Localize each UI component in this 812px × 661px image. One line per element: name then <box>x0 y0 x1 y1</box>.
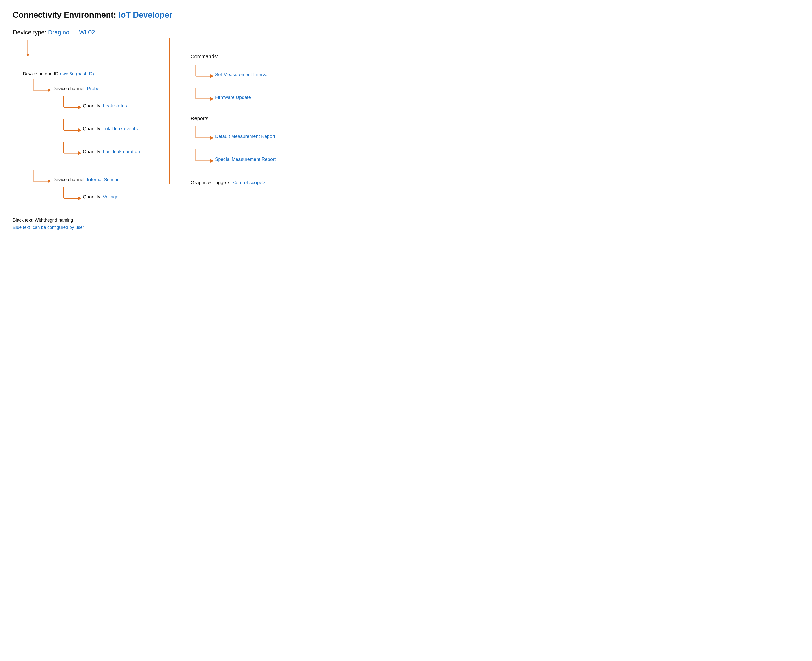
graphs-label: Graphs & Triggers: <out of scope> <box>191 180 292 185</box>
device-type-highlight: Dragino – LWL02 <box>48 29 95 36</box>
device-type-prefix: Device type: <box>13 29 48 36</box>
page-title: Connectivity Environment: IoT Developer <box>13 10 292 19</box>
qty2-label: Quantity: Total leak events <box>83 126 137 131</box>
svg-marker-25 <box>210 97 213 101</box>
svg-marker-7 <box>78 105 81 109</box>
svg-marker-31 <box>210 159 213 163</box>
page-title-highlight: IoT Developer <box>118 10 172 19</box>
qty3-label: Quantity: Last leak duration <box>83 149 140 155</box>
svg-marker-4 <box>48 88 51 92</box>
device-uid-row: Device unique ID : dwgj6d (hashID) <box>23 71 170 77</box>
legend: Black text: Withthegrid naming Blue text… <box>13 217 292 230</box>
svg-marker-19 <box>78 197 81 200</box>
device-type-label: Device type: Dragino – LWL02 <box>13 29 292 36</box>
commands-title: Commands: <box>191 54 292 59</box>
graphs-highlight: <out of scope> <box>233 180 265 185</box>
down-arrow-device-type <box>25 40 33 58</box>
black-legend: Black text: Withthegrid naming <box>13 217 292 223</box>
device-uid-label: Device unique ID <box>23 71 59 77</box>
cmd2-label: Firmware Update <box>215 95 251 100</box>
left-column: Device unique ID : dwgj6d (hashID) Devic… <box>13 38 170 205</box>
reports-section: Reports: Default Measurement Report <box>191 115 292 164</box>
rep2-label: Special Measurement Report <box>215 156 275 162</box>
right-column: Commands: Set Measurement Interval <box>170 38 292 205</box>
qty1-label: Quantity: Leak status <box>83 103 127 109</box>
svg-marker-22 <box>210 74 213 78</box>
reports-title: Reports: <box>191 115 292 121</box>
svg-marker-13 <box>78 152 81 155</box>
channel2-label: Device channel: Internal Sensor <box>53 177 119 182</box>
svg-marker-28 <box>210 136 213 140</box>
svg-marker-10 <box>78 128 81 132</box>
graphs-section: Graphs & Triggers: <out of scope> <box>191 180 292 185</box>
svg-marker-16 <box>48 179 51 183</box>
device-uid-highlight: dwgj6d (hashID) <box>60 71 94 77</box>
rep1-label: Default Measurement Report <box>215 134 275 139</box>
svg-marker-1 <box>26 54 30 57</box>
page-title-prefix: Connectivity Environment: <box>13 10 118 19</box>
cmd1-label: Set Measurement Interval <box>215 72 269 77</box>
qty-voltage-label: Quantity: Voltage <box>83 194 118 200</box>
commands-section: Commands: Set Measurement Interval <box>191 54 292 103</box>
channel1-label: Device channel: Probe <box>53 86 99 91</box>
blue-legend: Blue text: can be configured by user <box>13 225 292 230</box>
